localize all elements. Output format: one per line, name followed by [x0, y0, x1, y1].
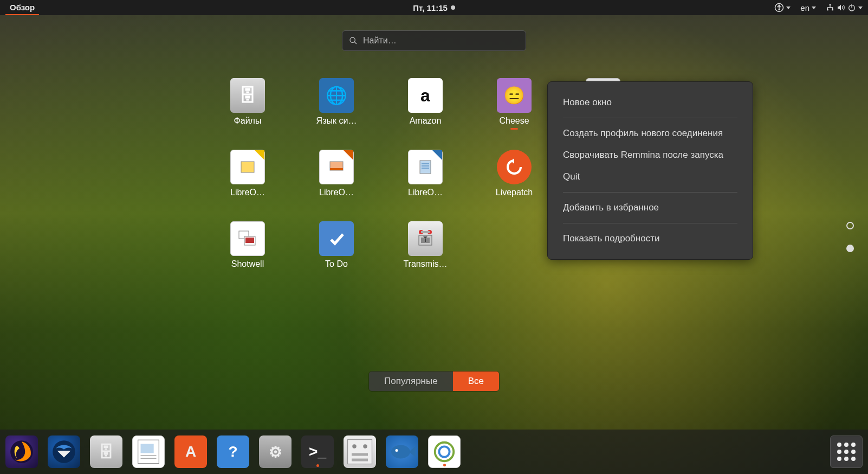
clock[interactable]: Пт, 11:15 — [413, 3, 455, 12]
keyboard-layout-label: en — [800, 3, 809, 12]
keyboard-layout-menu[interactable]: en — [800, 3, 816, 12]
workspace-switcher — [846, 222, 854, 252]
svg-rect-13 — [330, 168, 343, 170]
svg-point-38 — [363, 444, 367, 449]
svg-rect-27 — [421, 231, 430, 233]
app-label: Amazon — [410, 116, 442, 126]
svg-point-1 — [779, 5, 780, 6]
svg-rect-33 — [141, 444, 154, 453]
dock-help[interactable]: ? — [217, 435, 249, 468]
dock-cisco-anyconnect[interactable] — [428, 435, 461, 468]
power-icon — [847, 3, 856, 12]
app-label: Язык си… — [316, 116, 357, 126]
dock-thunderbird[interactable] — [48, 435, 80, 468]
context-item-details[interactable]: Показать подробности — [548, 228, 753, 249]
dock-libreoffice-writer[interactable] — [132, 435, 165, 468]
dock-files[interactable]: 🗄 — [90, 435, 122, 468]
app-files[interactable]: 🗄Файлы — [212, 76, 283, 148]
show-applications-button[interactable] — [830, 435, 863, 468]
context-item-minimize-after[interactable]: Сворачивать Remmina после запуска — [548, 144, 753, 166]
accessibility-icon — [774, 3, 784, 12]
divider — [563, 223, 737, 223]
top-bar: Обзор Пт, 11:15 en — [0, 0, 868, 15]
svg-rect-2 — [830, 4, 831, 5]
svg-rect-40 — [352, 459, 368, 462]
svg-point-41 — [391, 445, 410, 459]
svg-rect-22 — [245, 238, 254, 243]
svg-point-43 — [396, 449, 398, 452]
running-indicator — [443, 464, 446, 466]
search-input[interactable] — [363, 36, 519, 46]
tab-all[interactable]: Все — [453, 371, 499, 391]
app-label: Файлы — [234, 116, 262, 126]
chevron-down-icon — [812, 7, 816, 9]
svg-point-37 — [352, 444, 357, 449]
notification-dot-icon — [451, 5, 455, 10]
svg-rect-14 — [420, 161, 431, 174]
app-label: LibreO… — [319, 188, 354, 197]
system-menu[interactable] — [826, 3, 863, 12]
app-label: Livepatch — [496, 188, 533, 197]
dock-dconf[interactable] — [344, 435, 376, 468]
running-indicator — [510, 128, 518, 130]
network-icon — [826, 3, 834, 12]
svg-marker-18 — [511, 158, 514, 164]
running-indicator — [316, 464, 319, 467]
dock-settings[interactable]: ⚙ — [259, 435, 292, 468]
app-lo-draw[interactable]: LibreO… — [212, 148, 283, 219]
app-amazon[interactable]: aAmazon — [390, 76, 461, 148]
app-label: Transmis… — [403, 259, 447, 269]
svg-rect-39 — [352, 453, 368, 456]
dock-software[interactable]: A — [174, 435, 207, 468]
svg-rect-29 — [425, 239, 426, 242]
context-item-new-window[interactable]: Новое окно — [548, 92, 753, 113]
app-label: Cheese — [499, 116, 529, 126]
dock-bluefish[interactable] — [386, 435, 418, 468]
svg-point-44 — [435, 443, 454, 462]
app-lo-writer[interactable]: LibreO… — [390, 148, 461, 219]
volume-icon — [837, 3, 845, 12]
app-shotwell[interactable]: Shotwell — [212, 219, 283, 291]
svg-rect-11 — [241, 162, 254, 172]
context-item-quit[interactable]: Quit — [548, 166, 753, 188]
svg-line-8 — [354, 42, 357, 44]
context-item-new-profile[interactable]: Создать профиль нового соединения — [548, 123, 753, 144]
svg-rect-4 — [832, 9, 833, 11]
app-livepatch[interactable]: Livepatch — [478, 148, 550, 219]
activities-button[interactable]: Обзор — [5, 0, 39, 15]
app-label: LibreO… — [408, 188, 443, 197]
workspace-1[interactable] — [846, 222, 854, 229]
svg-point-45 — [439, 446, 449, 457]
chevron-down-icon — [786, 7, 791, 9]
app-label: Shotwell — [231, 259, 264, 269]
clock-label: Пт, 11:15 — [413, 3, 448, 12]
dock-firefox[interactable] — [5, 435, 38, 468]
dock-terminal[interactable]: >_ — [301, 435, 334, 468]
context-item-favorite[interactable]: Добавить в избранное — [548, 197, 753, 219]
grid-icon — [837, 443, 856, 461]
workspace-2[interactable] — [846, 245, 854, 252]
app-todo[interactable]: To Do — [301, 219, 372, 291]
chevron-down-icon — [858, 7, 863, 9]
divider — [563, 192, 737, 193]
search-bar[interactable] — [342, 30, 526, 51]
svg-rect-3 — [827, 9, 828, 11]
context-menu: Новое окно Создать профиль нового соедин… — [547, 81, 753, 260]
dock: 🗄A?⚙>_ — [0, 430, 868, 474]
svg-marker-42 — [409, 446, 416, 457]
app-lo-impress[interactable]: LibreO… — [301, 148, 372, 219]
search-icon — [349, 36, 358, 45]
accessibility-menu[interactable] — [774, 3, 791, 12]
app-transmission[interactable]: Transmis… — [390, 219, 461, 291]
app-label: To Do — [325, 259, 348, 269]
app-lang[interactable]: 🌐Язык си… — [301, 76, 372, 148]
app-cheese[interactable]: 😑Cheese — [478, 76, 550, 148]
svg-point-7 — [350, 37, 355, 42]
divider — [563, 118, 737, 118]
view-toggle: Популярные Все — [368, 371, 500, 392]
tab-frequent[interactable]: Популярные — [369, 371, 453, 391]
app-label: LibreO… — [230, 188, 265, 197]
